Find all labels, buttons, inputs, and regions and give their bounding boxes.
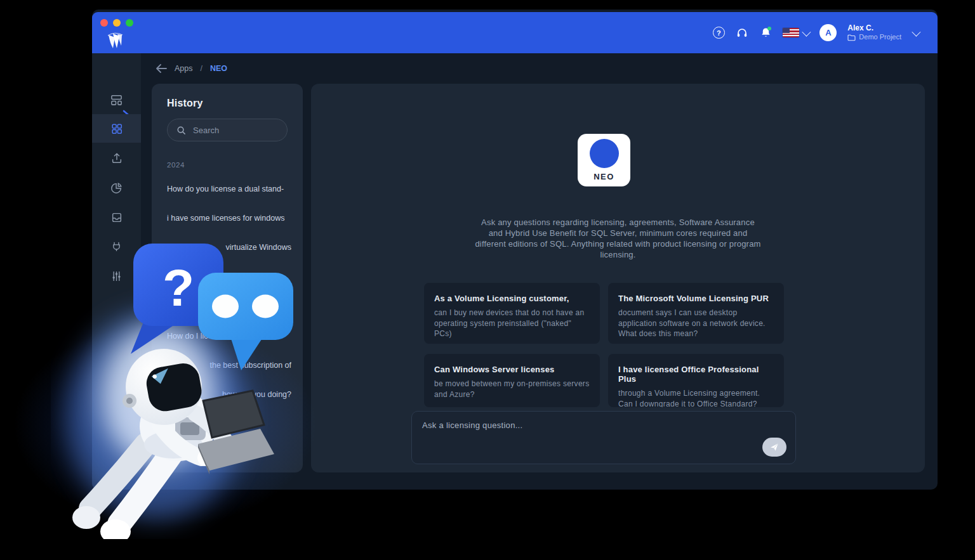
sidebar — [92, 53, 141, 490]
screen: ? — [0, 0, 975, 560]
paper-plane-icon — [769, 442, 779, 452]
app-header: ? — [92, 12, 938, 53]
history-item[interactable]: How do you license a dual stand- — [167, 185, 291, 195]
user-name: Alex C. — [847, 23, 901, 33]
history-item[interactable]: how are you doing? — [167, 390, 291, 401]
minimize-window-button[interactable] — [113, 19, 121, 27]
suggestion-body: through a Volume Licensing agreement. Ca… — [618, 388, 774, 407]
history-item[interactable]: the best subscription of — [167, 361, 291, 372]
us-flag-icon — [783, 28, 799, 37]
history-search[interactable] — [167, 119, 288, 141]
app-description: Ask any questions regarding licensing, a… — [475, 217, 762, 261]
suggestion-card[interactable]: I have licensed Office Professional Plus… — [608, 354, 784, 407]
history-item[interactable]: virtualize Windows — [167, 243, 291, 254]
suggestion-card[interactable]: Can Windows Server licenses be moved bet… — [424, 354, 600, 407]
breadcrumb-current-neo[interactable]: NEO — [210, 64, 227, 73]
search-icon — [176, 126, 186, 135]
project-name: Demo Project — [859, 33, 901, 42]
chevron-down-icon — [802, 27, 811, 36]
suggestion-title: As a Volume Licensing customer, — [434, 294, 590, 303]
send-button[interactable] — [762, 438, 786, 457]
sidebar-item-dashboard[interactable] — [92, 86, 141, 114]
suggestion-body: document says I can use desktop applicat… — [618, 308, 774, 339]
headset-icon[interactable] — [736, 27, 748, 39]
zoom-window-button[interactable] — [126, 19, 133, 27]
folder-icon — [847, 34, 856, 41]
sliders-icon — [110, 270, 123, 282]
back-arrow-icon[interactable] — [156, 64, 167, 73]
window-controls — [100, 19, 133, 27]
user-menu[interactable]: Alex C. Demo Project — [847, 23, 901, 42]
question-input[interactable] — [412, 412, 795, 464]
language-selector[interactable] — [783, 28, 809, 37]
apps-grid-icon — [110, 122, 123, 135]
sidebar-item-apps[interactable] — [92, 114, 141, 143]
suggestion-title: Can Windows Server licenses — [434, 365, 590, 374]
notification-dot — [767, 27, 771, 30]
sidebar-item-upload[interactable] — [92, 143, 141, 172]
breadcrumb-separator: / — [201, 64, 202, 73]
breadcrumb-apps-link[interactable]: Apps — [175, 64, 193, 73]
upload-icon — [110, 152, 123, 164]
suggestion-cards: As a Volume Licensing customer, can I bu… — [424, 283, 784, 407]
close-window-button[interactable] — [100, 19, 108, 27]
suggestion-card[interactable]: The Microsoft Volume Licensing PUR docum… — [608, 283, 784, 344]
project-chevron-down-icon[interactable] — [912, 27, 920, 36]
bell-icon[interactable] — [759, 27, 772, 39]
question-input-container — [411, 411, 796, 464]
history-item[interactable]: i have some licenses for windows — [167, 214, 291, 225]
suggestion-title: I have licensed Office Professional Plus — [618, 365, 774, 384]
suggestion-body: be moved between my on-premises servers … — [434, 379, 590, 400]
help-icon[interactable]: ? — [712, 27, 725, 39]
sidebar-item-integrations[interactable] — [92, 232, 141, 261]
user-avatar[interactable]: A — [819, 24, 837, 41]
sidebar-item-analytics[interactable] — [92, 173, 141, 202]
breadcrumb: Apps / NEO — [156, 64, 227, 73]
suggestion-body: can I buy new devices that do not have a… — [434, 308, 590, 339]
header-actions: ? — [712, 23, 938, 42]
neo-logo-label: NEO — [594, 172, 614, 181]
history-title: History — [167, 98, 203, 109]
suggestion-card[interactable]: As a Volume Licensing customer, can I bu… — [424, 283, 600, 344]
history-item[interactable]: How do I lic — [167, 332, 291, 342]
neo-app-tile: NEO — [578, 134, 630, 186]
history-panel: History 2024 How do you license a dual s… — [152, 84, 303, 472]
sidebar-item-inbox[interactable] — [92, 203, 141, 231]
brand-logo-icon — [106, 31, 124, 50]
chat-panel: NEO Ask any questions regarding licensin… — [311, 84, 925, 472]
history-year-label: 2024 — [167, 161, 185, 169]
search-input[interactable] — [192, 125, 278, 136]
app-window: ? — [92, 10, 938, 490]
sidebar-item-settings[interactable] — [92, 262, 141, 290]
plug-icon — [110, 240, 123, 252]
neo-logo-circle — [590, 139, 619, 168]
suggestion-title: The Microsoft Volume Licensing PUR — [618, 294, 774, 303]
pie-chart-icon — [110, 181, 123, 194]
inbox-icon — [110, 211, 123, 224]
dashboard-icon — [110, 93, 123, 107]
